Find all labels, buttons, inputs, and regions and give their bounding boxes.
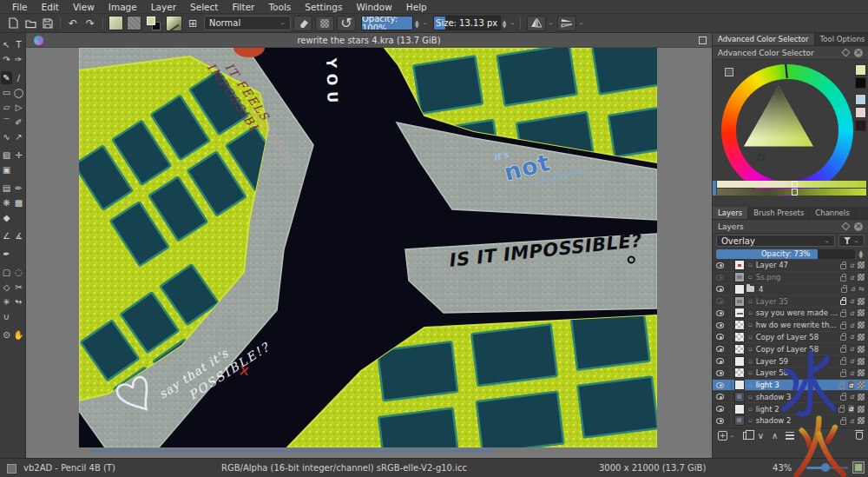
polyline-tool-icon[interactable]: ▷ [13, 101, 24, 114]
size-slider[interactable]: Size: 13.13 px [433, 16, 501, 30]
pattern-edit-tool-icon[interactable]: ❋ [1, 196, 12, 209]
inherit-alpha-icon[interactable]: α [850, 262, 854, 269]
layer-lock-icon[interactable] [840, 372, 846, 377]
menu-layer[interactable]: Layer [144, 1, 183, 13]
layer-lock-icon[interactable] [840, 335, 846, 341]
layer-lock-icon[interactable] [840, 312, 846, 317]
zoom-slider-knob[interactable] [821, 463, 830, 472]
layer-row[interactable]: ▫shadow 3α [713, 391, 868, 403]
float-docker-icon[interactable] [842, 222, 851, 231]
menu-select[interactable]: Select [183, 1, 225, 13]
size-options-caret[interactable]: ⌄ [508, 16, 516, 31]
freehand-brush-tool-icon[interactable]: ✎ [1, 71, 12, 84]
add-layer-button[interactable]: +⌄ [718, 431, 735, 441]
layer-visibility-eye-icon[interactable] [716, 358, 724, 364]
fill-tool-icon[interactable]: ◆ [1, 211, 12, 224]
gradient-tool-icon[interactable]: ▤ [1, 182, 12, 195]
alpha-lock-icon[interactable] [858, 417, 865, 424]
layer-visibility-eye-icon[interactable] [716, 262, 724, 268]
layer-name[interactable]: shadow 2 [754, 416, 838, 425]
pattern-chooser[interactable] [127, 16, 141, 30]
new-document-button[interactable] [4, 16, 22, 31]
menu-tools[interactable]: Tools [261, 1, 298, 13]
menu-edit[interactable]: Edit [35, 1, 66, 13]
move-layer-down-button[interactable]: ∨ [758, 431, 764, 441]
tab-channels[interactable]: Channels [810, 207, 855, 219]
inherit-alpha-icon[interactable]: α [850, 297, 854, 305]
inherit-alpha-icon[interactable]: α [848, 381, 854, 389]
layer-name[interactable]: 4 [757, 285, 839, 294]
assistants-tool-icon[interactable]: ∠ [1, 229, 12, 242]
layer-row[interactable]: ▫say you were made t...α [713, 308, 868, 320]
menu-help[interactable]: Help [399, 1, 434, 13]
color-strip-light[interactable] [717, 181, 866, 188]
alpha-lock-icon[interactable] [858, 309, 865, 316]
layer-lock-icon[interactable] [840, 348, 846, 353]
alpha-lock-icon[interactable] [858, 321, 865, 328]
bezier-select-tool-icon[interactable]: ↬ [13, 295, 24, 308]
tab-layers[interactable]: Layers [713, 207, 748, 219]
alpha-lock-icon[interactable] [858, 406, 865, 413]
zoom-level-value[interactable]: 43% [773, 463, 792, 473]
move-layer-up-button[interactable]: ∧ [772, 431, 778, 441]
layer-lock-icon[interactable] [840, 324, 846, 329]
freehand-path-tool-icon[interactable]: ✐ [13, 116, 24, 129]
layer-row[interactable]: ▫light 2α [713, 403, 868, 415]
pan-tool-icon[interactable]: ✋ [13, 328, 24, 341]
layer-row[interactable]: ▫Layer 35α [713, 295, 868, 308]
alpha-lock-icon[interactable] [858, 274, 865, 281]
calligraphy-tool-icon[interactable]: ✑ [13, 53, 24, 66]
mirror-horizontal-button[interactable] [527, 16, 546, 31]
similar-color-select-tool-icon[interactable]: ✳ [1, 295, 12, 308]
color-sampler-tool-icon[interactable]: ✏ [13, 182, 24, 195]
document-titlebar[interactable]: rewrite the stars 4.kra (13.7 GiB) [26, 33, 712, 48]
inherit-alpha-icon[interactable]: α [850, 333, 854, 341]
alpha-lock-icon[interactable] [858, 358, 865, 365]
menu-filter[interactable]: Filter [225, 1, 261, 13]
layer-lock-icon[interactable] [840, 300, 846, 305]
history-swatch[interactable] [855, 94, 866, 105]
inherit-alpha-icon[interactable]: α [851, 285, 855, 293]
save-button[interactable] [39, 16, 56, 31]
layer-thumbnail[interactable] [734, 415, 745, 426]
tab-brush-presets[interactable]: Brush Presets [748, 207, 810, 219]
foreground-background-colors[interactable] [146, 16, 161, 31]
layer-name[interactable]: shadow 3 [754, 393, 838, 401]
chevron-down-icon[interactable]: ⌄ [796, 464, 802, 470]
layer-row[interactable]: 4α⇆ [713, 284, 868, 296]
layer-visibility-eye-icon[interactable] [716, 334, 724, 340]
reference-images-tool-icon[interactable]: ✒ [1, 248, 12, 261]
layer-lock-icon[interactable] [840, 276, 846, 282]
freehand-select-tool-icon[interactable]: ✂ [13, 281, 24, 294]
history-swatch[interactable] [855, 107, 866, 118]
layer-thumbnail[interactable] [734, 296, 745, 307]
zoom-slider[interactable] [806, 467, 848, 469]
float-docker-icon[interactable] [842, 49, 851, 57]
rectangle-tool-icon[interactable]: ▭ [1, 86, 12, 99]
line-tool-icon[interactable]: ∕ [13, 71, 24, 84]
layer-row[interactable]: ▫Layer 47α [713, 260, 868, 272]
inherit-alpha-icon[interactable]: α [850, 321, 854, 329]
eraser-mode-button[interactable] [293, 16, 312, 31]
layer-row[interactable]: ▫Copy of Layer 58α [713, 332, 868, 344]
layer-thumbnail[interactable] [734, 308, 745, 318]
layer-visibility-eye-icon[interactable] [716, 394, 724, 400]
magnetic-select-tool-icon[interactable]: ∪ [1, 310, 12, 323]
layer-visibility-eye-icon[interactable] [716, 418, 724, 424]
mirror-vertical-button[interactable] [557, 16, 576, 31]
passthrough-icon[interactable]: ⇆ [858, 285, 865, 293]
menu-settings[interactable]: Settings [298, 1, 349, 13]
layer-name[interactable]: light 3 [754, 381, 837, 389]
layer-visibility-eye-icon[interactable] [716, 322, 724, 328]
blend-mode-combo[interactable]: Normal⌄ [204, 16, 291, 30]
layer-name[interactable]: say you were made t... [754, 308, 838, 317]
inherit-alpha-icon[interactable]: α [850, 369, 854, 377]
ellipse-tool-icon[interactable]: ◯ [13, 86, 24, 99]
mirror-horizontal-caret[interactable]: ⌄ [546, 16, 555, 31]
size-spinner[interactable]: ▲▼ [503, 19, 507, 28]
inherit-alpha-icon[interactable]: α [850, 417, 854, 425]
alpha-lock-icon[interactable] [858, 298, 865, 305]
open-document-button[interactable] [22, 16, 39, 31]
transform-tool-icon[interactable]: ▧ [1, 149, 12, 162]
layer-thumbnail[interactable] [734, 344, 745, 354]
